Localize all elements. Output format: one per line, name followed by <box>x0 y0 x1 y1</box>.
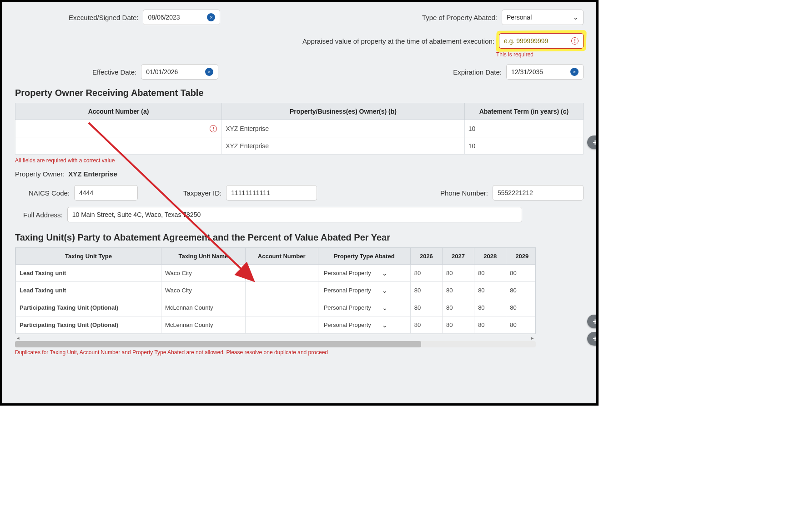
property-owner-value: XYZ Enterprise <box>68 170 117 178</box>
executed-date-input[interactable]: 08/06/2023 × <box>143 10 220 25</box>
col-header: Taxing Unit Type <box>16 248 161 265</box>
clear-icon[interactable]: × <box>570 68 579 76</box>
add-remove-row-button[interactable]: + − <box>587 136 599 149</box>
table-row: Lead Taxing unitWaco CityPersonal Proper… <box>16 282 536 299</box>
table1-validation-msg: All fields are required with a correct v… <box>15 157 584 164</box>
year-input[interactable] <box>478 321 496 328</box>
year-2027-cell[interactable] <box>442 282 474 299</box>
account-number-cell[interactable] <box>15 137 222 155</box>
year-2029-cell[interactable] <box>506 316 535 334</box>
term-cell[interactable]: 10 <box>464 137 583 155</box>
add-remove-row-button[interactable]: + − <box>587 315 599 328</box>
clear-icon[interactable]: × <box>207 13 215 21</box>
account-number-cell[interactable] <box>245 265 318 282</box>
account-number-cell[interactable] <box>245 299 318 316</box>
taxpayer-label: Taxpayer ID: <box>183 189 221 197</box>
taxing-unit-type-cell: Lead Taxing unit <box>16 282 161 299</box>
error-icon: ! <box>571 37 579 45</box>
year-2026-cell[interactable] <box>410 265 442 282</box>
taxing-table-title: Taxing Unit(s) Party to Abatement Agreem… <box>15 232 584 243</box>
year-input[interactable] <box>510 304 528 311</box>
add-remove-row-button[interactable]: + − <box>587 332 599 346</box>
naics-label: NAICS Code: <box>29 189 70 197</box>
year-input[interactable] <box>446 270 464 276</box>
phone-input[interactable] <box>493 185 584 201</box>
appraised-required-msg: This is required <box>496 51 533 58</box>
owner-cell[interactable]: XYZ Enterprise <box>222 137 465 155</box>
property-type-select[interactable]: Personal ⌄ <box>502 10 584 25</box>
expiration-date-label: Expiration Date: <box>453 68 502 76</box>
address-input[interactable] <box>67 207 522 222</box>
expiration-date-value: 12/31/2035 <box>511 68 543 75</box>
col-header: Property Type Abated <box>318 248 410 265</box>
table-row: Lead Taxing unitWaco CityPersonal Proper… <box>16 265 536 282</box>
term-cell[interactable]: 10 <box>464 120 583 137</box>
scroll-left-icon[interactable]: ◂ <box>17 335 20 341</box>
account-number-cell[interactable] <box>245 316 318 334</box>
year-input[interactable] <box>446 304 464 311</box>
clear-icon[interactable]: × <box>205 68 213 76</box>
appraised-value-label: Appraised value of property at the time … <box>302 37 494 45</box>
property-type-cell[interactable]: Personal Property ⌄ <box>318 316 410 334</box>
table2-validation-msg: Duplicates for Taxing Unit, Account Numb… <box>15 349 584 356</box>
year-input[interactable] <box>478 287 496 294</box>
year-2028-cell[interactable] <box>474 299 506 316</box>
year-2029-cell[interactable] <box>506 282 535 299</box>
table-row: !XYZ Enterprise10 <box>15 120 584 137</box>
taxpayer-input[interactable] <box>226 185 317 201</box>
property-type-cell[interactable]: Personal Property ⌄ <box>318 282 410 299</box>
owner-cell[interactable]: XYZ Enterprise <box>222 120 465 137</box>
year-2026-cell[interactable] <box>410 282 442 299</box>
year-2029-cell[interactable] <box>506 299 535 316</box>
year-input[interactable] <box>414 270 433 276</box>
naics-input[interactable] <box>74 185 138 201</box>
year-input[interactable] <box>446 287 464 294</box>
year-input[interactable] <box>510 287 528 294</box>
plus-icon[interactable]: + <box>587 332 599 346</box>
taxing-unit-type-cell: Participating Taxing Unit (Optional) <box>16 299 161 316</box>
col-owner: Property/Business(es) Owner(s) (b) <box>222 103 465 120</box>
effective-date-input[interactable]: 01/01/2026 × <box>141 64 218 80</box>
property-type-value: Personal <box>507 14 532 21</box>
year-input[interactable] <box>414 304 433 311</box>
appraised-value-input[interactable]: e.g. 999999999 ! <box>499 33 584 49</box>
year-input[interactable] <box>478 304 496 311</box>
col-header: 2029 <box>506 248 535 265</box>
expiration-date-input[interactable]: 12/31/2035 × <box>506 64 584 80</box>
year-input[interactable] <box>414 287 433 294</box>
taxing-unit-name-cell[interactable]: Waco City <box>161 265 246 282</box>
taxing-unit-name-cell[interactable]: Waco City <box>161 282 246 299</box>
year-2027-cell[interactable] <box>442 299 474 316</box>
taxing-unit-name-cell[interactable]: McLennan County <box>161 316 246 334</box>
account-number-cell[interactable]: ! <box>15 120 222 137</box>
year-input[interactable] <box>510 270 528 276</box>
year-2027-cell[interactable] <box>442 265 474 282</box>
plus-icon[interactable]: + <box>587 315 599 328</box>
property-type-cell[interactable]: Personal Property ⌄ <box>318 265 410 282</box>
chevron-down-icon: ⌄ <box>382 321 387 329</box>
account-number-cell[interactable] <box>245 282 318 299</box>
horizontal-scrollbar[interactable] <box>15 341 536 347</box>
table-row: XYZ Enterprise10 <box>15 137 584 155</box>
col-header: 2028 <box>474 248 506 265</box>
table-row: Participating Taxing Unit (Optional)McLe… <box>16 299 536 316</box>
year-2027-cell[interactable] <box>442 316 474 334</box>
property-type-cell[interactable]: Personal Property ⌄ <box>318 299 410 316</box>
year-input[interactable] <box>510 321 528 328</box>
scroll-right-icon[interactable]: ▸ <box>531 335 534 341</box>
year-input[interactable] <box>478 270 496 276</box>
year-2028-cell[interactable] <box>474 316 506 334</box>
taxing-unit-name-cell[interactable]: McLennan County <box>161 299 246 316</box>
year-2026-cell[interactable] <box>410 299 442 316</box>
year-input[interactable] <box>414 321 433 328</box>
year-2028-cell[interactable] <box>474 265 506 282</box>
year-input[interactable] <box>446 321 464 328</box>
col-account-number: Account Number (a) <box>15 103 222 120</box>
year-2029-cell[interactable] <box>506 265 535 282</box>
col-header: Account Number <box>245 248 318 265</box>
year-2028-cell[interactable] <box>474 282 506 299</box>
year-2026-cell[interactable] <box>410 316 442 334</box>
col-header: Taxing Unit Name <box>161 248 246 265</box>
property-owner-label: Property Owner: <box>15 170 65 178</box>
plus-icon[interactable]: + <box>587 136 599 149</box>
